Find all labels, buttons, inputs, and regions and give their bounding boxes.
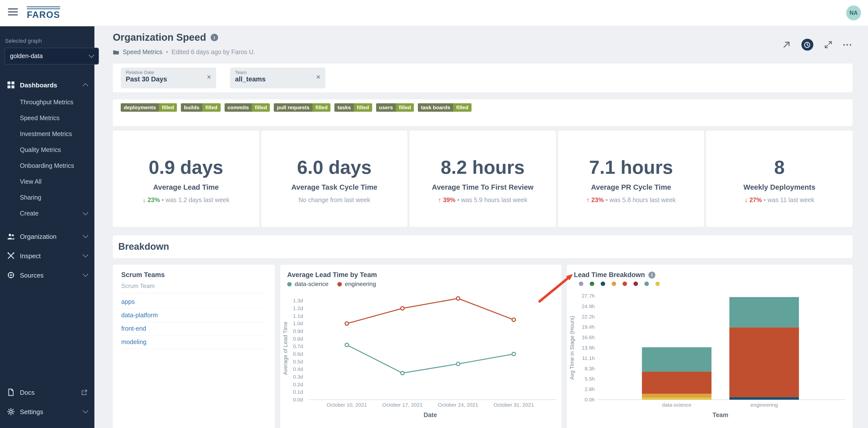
- trend-percent: 23%: [591, 197, 604, 204]
- metric-card-average-pr-cycle-time[interactable]: 7.1 hours Average PR Cycle Time ↑ 23% • …: [558, 131, 704, 227]
- tag-name: pull requests: [274, 103, 312, 112]
- stacked-bar-chart[interactable]: 0.0h2.8h5.5h8.3h11.1h13.9h16.6h19.4h22.2…: [567, 292, 852, 428]
- info-icon[interactable]: i: [211, 34, 218, 41]
- sidebar-item-docs[interactable]: Docs: [0, 384, 94, 401]
- tag-builds[interactable]: buildsfilled: [181, 103, 221, 112]
- metric-card-average-lead-time[interactable]: 0.9 days Average Lead Time ↓ 23% • was 1…: [113, 131, 259, 227]
- metric-value: 7.1 hours: [558, 156, 704, 178]
- sidebar-footer: Docs Settings: [0, 381, 94, 420]
- trend-note: was 1.2 days last week: [165, 197, 229, 204]
- sidebar-item-inspect[interactable]: Inspect: [0, 247, 94, 264]
- svg-text:11.1h: 11.1h: [582, 355, 595, 361]
- svg-text:1.2d: 1.2d: [293, 305, 303, 311]
- metric-value: 8.2 hours: [409, 156, 556, 178]
- tag-task-boards[interactable]: task boardsfilled: [418, 103, 471, 112]
- scrum-team-link-data-platform[interactable]: data-platform: [121, 309, 266, 322]
- sidebar-item-investment-metrics[interactable]: Investment Metrics: [0, 126, 94, 142]
- sidebar-item-throughput-metrics[interactable]: Throughput Metrics: [0, 94, 94, 110]
- separator-dot: •: [457, 197, 459, 204]
- close-icon[interactable]: ×: [207, 72, 211, 81]
- graph-select[interactable]: golden-data: [4, 48, 99, 65]
- svg-text:8.3h: 8.3h: [585, 366, 595, 371]
- tag-status-badge: filled: [453, 103, 471, 112]
- menu-icon[interactable]: [8, 8, 18, 17]
- legend-item-engineering[interactable]: engineering: [337, 281, 376, 288]
- scrum-team-link-apps[interactable]: apps: [121, 295, 266, 309]
- sidebar-item-settings[interactable]: Settings: [0, 403, 94, 420]
- fullscreen-icon[interactable]: [824, 40, 833, 49]
- legend-dot-1[interactable]: [590, 282, 594, 286]
- top-bar: FAROS NA: [0, 0, 868, 26]
- legend-item-data-science[interactable]: data-science: [287, 281, 329, 288]
- breadcrumb-category[interactable]: Speed Metrics: [123, 48, 162, 56]
- trend-note: was 11 last week: [767, 197, 814, 204]
- svg-text:0.4d: 0.4d: [293, 366, 303, 372]
- sidebar-item-dashboards[interactable]: Dashboards: [0, 77, 94, 92]
- close-icon[interactable]: ×: [316, 72, 320, 81]
- sidebar-item-speed-metrics[interactable]: Speed Metrics: [0, 110, 94, 126]
- trend-note: was 5.9 hours last week: [461, 197, 527, 204]
- tag-tasks[interactable]: tasksfilled: [335, 103, 372, 112]
- gear-icon: [7, 408, 15, 416]
- bar-segment-engineering[interactable]: [730, 397, 799, 400]
- bar-segment-data-science[interactable]: [642, 397, 712, 400]
- filter-team[interactable]: Team all_teams ×: [230, 68, 326, 88]
- selected-graph-label: Selected graph: [5, 38, 42, 44]
- legend-dot-2[interactable]: [601, 282, 605, 286]
- svg-text:0.0h: 0.0h: [585, 397, 595, 402]
- bar-segment-engineering[interactable]: [730, 327, 799, 397]
- filter-value: all_teams: [235, 75, 309, 83]
- separator-dot: •: [166, 48, 168, 56]
- metric-card-average-task-cycle-time[interactable]: 6.0 days Average Task Cycle Time No chan…: [261, 131, 407, 227]
- sidebar-item-label: Inspect: [20, 252, 41, 259]
- bar-segment-engineering[interactable]: [730, 297, 799, 327]
- sidebar-item-organization[interactable]: Organization: [0, 228, 94, 245]
- tag-users[interactable]: usersfilled: [376, 103, 414, 112]
- line-chart[interactable]: 0.0d0.1d0.2d0.3d0.4d0.5d0.6d0.7d0.8d0.9d…: [280, 292, 561, 428]
- legend-dot-0[interactable]: [579, 282, 583, 286]
- filter-relative-date[interactable]: Relative Date Past 30 Days ×: [121, 68, 216, 88]
- scrum-teams-panel: Scrum Teams Scrum Team appsdata-platform…: [113, 265, 275, 428]
- trend-percent: 27%: [749, 197, 762, 204]
- bar-segment-data-science[interactable]: [642, 372, 712, 394]
- sidebar-item-sharing[interactable]: Sharing: [0, 190, 94, 205]
- tag-commits[interactable]: commitsfilled: [224, 103, 270, 112]
- legend-dot-7[interactable]: [655, 282, 660, 286]
- chevron-down-icon: [83, 271, 88, 277]
- tag-status-badge: filled: [354, 103, 372, 112]
- sources-hub-icon: [7, 271, 15, 279]
- tag-name: task boards: [418, 103, 453, 112]
- scrum-team-link-front-end[interactable]: front-end: [121, 322, 266, 336]
- svg-text:Avg Time in Stage (Hours): Avg Time in Stage (Hours): [569, 316, 575, 380]
- legend-dot-4[interactable]: [623, 282, 627, 286]
- svg-text:22.2h: 22.2h: [582, 314, 595, 320]
- metric-card-weekly-deployments[interactable]: 8 Weekly Deployments ↓ 27% • was 11 last…: [706, 131, 852, 227]
- tag-status-badge: filled: [202, 103, 220, 112]
- sidebar-item-create[interactable]: Create: [0, 205, 94, 222]
- sidebar-item-sources[interactable]: Sources: [0, 267, 94, 284]
- sidebar-item-onboarding-metrics[interactable]: Onboarding Metrics: [0, 158, 94, 174]
- legend-dot-6[interactable]: [644, 282, 649, 286]
- legend-dot-3[interactable]: [612, 282, 616, 286]
- sidebar-sections: Organization Inspect Sources: [0, 228, 94, 286]
- filter-label: Team: [235, 69, 309, 75]
- bar-segment-data-science[interactable]: [642, 347, 712, 372]
- legend-dot-5[interactable]: [633, 282, 638, 286]
- share-arrow-icon[interactable]: [782, 40, 791, 49]
- tag-name: deployments: [121, 103, 159, 112]
- tag-pull-requests[interactable]: pull requestsfilled: [274, 103, 331, 112]
- avatar[interactable]: NA: [846, 5, 861, 20]
- legend-label: data-science: [294, 281, 329, 288]
- breadcrumb: Speed Metrics • Edited 6 days ago by Far…: [113, 48, 255, 56]
- metric-card-average-time-to-first-review[interactable]: 8.2 hours Average Time To First Review ↑…: [409, 131, 556, 227]
- more-options-icon[interactable]: •••: [843, 42, 852, 48]
- info-icon[interactable]: i: [648, 271, 655, 278]
- chevron-down-icon: [89, 53, 94, 58]
- scrum-team-link-modeling[interactable]: modeling: [121, 336, 266, 349]
- sidebar-item-view-all[interactable]: View All: [0, 174, 94, 190]
- tag-deployments[interactable]: deploymentsfilled: [121, 103, 177, 112]
- bar-segment-data-science[interactable]: [642, 394, 712, 397]
- sidebar-item-quality-metrics[interactable]: Quality Metrics: [0, 142, 94, 158]
- metric-label: Average Time To First Review: [409, 182, 556, 192]
- time-travel-button[interactable]: [801, 39, 813, 51]
